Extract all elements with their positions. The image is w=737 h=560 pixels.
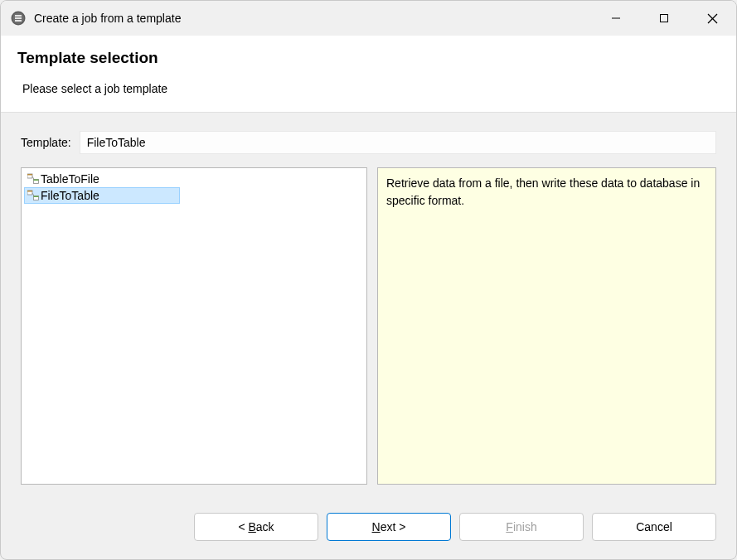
svg-rect-6: [661, 15, 668, 22]
finish-button: Finish: [459, 513, 584, 541]
close-button[interactable]: [688, 1, 736, 36]
tree-item-filetotable[interactable]: FileToTable: [24, 187, 180, 204]
svg-rect-2: [15, 15, 22, 17]
tree-item-tabletofile[interactable]: TableToFile: [24, 171, 180, 187]
template-row: Template:: [21, 131, 716, 154]
page-subtitle: Please select a job template: [22, 82, 720, 95]
app-icon: [11, 11, 26, 26]
panes: TableToFile FileToTable Re: [21, 167, 716, 485]
template-tree[interactable]: TableToFile FileToTable: [21, 167, 367, 485]
window-controls: [592, 1, 736, 36]
svg-rect-18: [34, 196, 39, 198]
next-button[interactable]: Next >: [327, 513, 451, 541]
maximize-icon: [659, 13, 669, 23]
close-icon: [707, 13, 718, 24]
svg-rect-4: [15, 20, 22, 22]
dialog-window: Create a job from a template Template s: [0, 0, 737, 560]
page-title: Template selection: [17, 49, 720, 67]
description-pane: Retrieve data from a file, then write th…: [377, 167, 716, 485]
minimize-button[interactable]: [592, 1, 640, 36]
svg-rect-3: [15, 17, 22, 19]
content-area: Template: TableToFile: [1, 113, 736, 496]
window-title: Create a job from a template: [34, 12, 592, 25]
svg-rect-10: [27, 174, 32, 176]
back-button[interactable]: < Back: [194, 513, 318, 541]
minimize-icon: [611, 13, 621, 23]
svg-rect-13: [34, 180, 39, 181]
svg-rect-15: [27, 191, 32, 192]
template-node-icon: [27, 190, 39, 201]
wizard-header: Template selection Please select a job t…: [1, 36, 736, 113]
button-bar: < Back Next > Finish Cancel: [1, 496, 736, 559]
titlebar: Create a job from a template: [1, 1, 736, 36]
template-label: Template:: [21, 136, 71, 149]
cancel-button[interactable]: Cancel: [592, 513, 716, 541]
tree-item-label: FileToTable: [41, 189, 99, 202]
template-node-icon: [27, 173, 39, 185]
tree-item-label: TableToFile: [41, 172, 99, 186]
maximize-button[interactable]: [640, 1, 688, 36]
template-input[interactable]: [80, 131, 716, 154]
